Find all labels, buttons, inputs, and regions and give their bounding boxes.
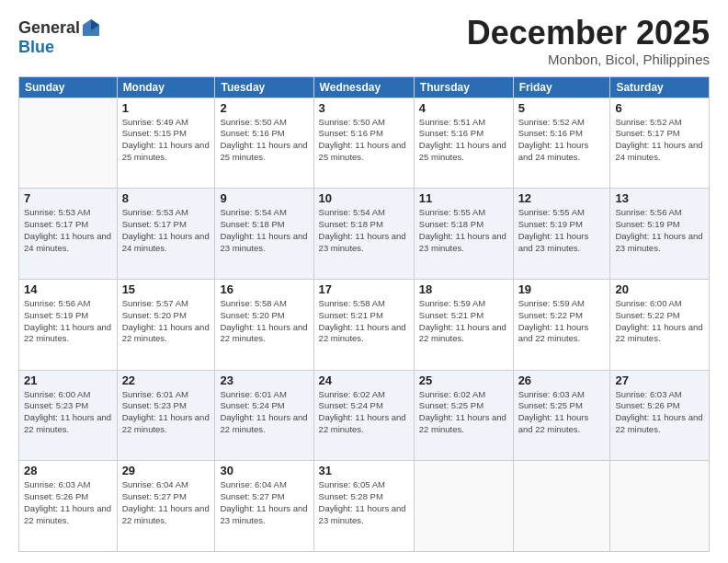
table-row: 8Sunrise: 5:53 AMSunset: 5:17 PMDaylight… bbox=[117, 189, 215, 280]
day-info: Sunrise: 6:01 AMSunset: 5:23 PMDaylight:… bbox=[122, 389, 210, 436]
day-info: Sunrise: 5:54 AMSunset: 5:18 PMDaylight:… bbox=[319, 207, 409, 254]
day-info: Sunrise: 5:56 AMSunset: 5:19 PMDaylight:… bbox=[615, 207, 704, 254]
day-number: 1 bbox=[122, 101, 210, 115]
calendar-week-row: 28Sunrise: 6:03 AMSunset: 5:26 PMDayligh… bbox=[19, 461, 710, 552]
day-info: Sunrise: 6:05 AMSunset: 5:28 PMDaylight:… bbox=[319, 479, 409, 526]
calendar-week-row: 7Sunrise: 5:53 AMSunset: 5:17 PMDaylight… bbox=[19, 189, 710, 280]
table-row bbox=[414, 461, 513, 552]
table-row: 19Sunrise: 5:59 AMSunset: 5:22 PMDayligh… bbox=[513, 279, 610, 370]
day-number: 23 bbox=[220, 373, 308, 387]
table-row: 27Sunrise: 6:03 AMSunset: 5:26 PMDayligh… bbox=[610, 370, 710, 461]
table-row: 26Sunrise: 6:03 AMSunset: 5:25 PMDayligh… bbox=[513, 370, 610, 461]
day-info: Sunrise: 5:53 AMSunset: 5:17 PMDaylight:… bbox=[122, 207, 210, 254]
day-info: Sunrise: 6:01 AMSunset: 5:24 PMDaylight:… bbox=[220, 389, 308, 436]
table-row: 10Sunrise: 5:54 AMSunset: 5:18 PMDayligh… bbox=[313, 189, 414, 280]
day-number: 31 bbox=[319, 464, 409, 477]
col-monday: Monday bbox=[117, 76, 215, 98]
day-info: Sunrise: 5:52 AMSunset: 5:17 PMDaylight:… bbox=[615, 117, 704, 164]
col-sunday: Sunday bbox=[19, 76, 118, 98]
day-info: Sunrise: 5:50 AMSunset: 5:16 PMDaylight:… bbox=[319, 117, 409, 164]
col-tuesday: Tuesday bbox=[215, 76, 313, 98]
table-row: 3Sunrise: 5:50 AMSunset: 5:16 PMDaylight… bbox=[313, 98, 414, 189]
day-info: Sunrise: 6:03 AMSunset: 5:25 PMDaylight:… bbox=[518, 389, 606, 436]
day-number: 10 bbox=[319, 191, 409, 205]
day-number: 13 bbox=[615, 191, 704, 205]
table-row: 18Sunrise: 5:59 AMSunset: 5:21 PMDayligh… bbox=[414, 279, 513, 370]
calendar-week-row: 14Sunrise: 5:56 AMSunset: 5:19 PMDayligh… bbox=[19, 279, 710, 370]
day-number: 24 bbox=[319, 373, 409, 387]
table-row: 14Sunrise: 5:56 AMSunset: 5:19 PMDayligh… bbox=[19, 279, 118, 370]
table-row bbox=[610, 461, 710, 552]
day-info: Sunrise: 5:55 AMSunset: 5:18 PMDaylight:… bbox=[419, 207, 508, 254]
table-row bbox=[513, 461, 610, 552]
day-number: 17 bbox=[319, 282, 409, 296]
table-row bbox=[19, 98, 118, 189]
day-number: 18 bbox=[419, 282, 508, 296]
table-row: 29Sunrise: 6:04 AMSunset: 5:27 PMDayligh… bbox=[117, 461, 215, 552]
day-info: Sunrise: 6:03 AMSunset: 5:26 PMDaylight:… bbox=[615, 389, 704, 436]
day-info: Sunrise: 6:02 AMSunset: 5:25 PMDaylight:… bbox=[419, 389, 508, 436]
table-row: 11Sunrise: 5:55 AMSunset: 5:18 PMDayligh… bbox=[414, 189, 513, 280]
calendar-table: Sunday Monday Tuesday Wednesday Thursday… bbox=[18, 76, 710, 552]
table-row: 22Sunrise: 6:01 AMSunset: 5:23 PMDayligh… bbox=[117, 370, 215, 461]
table-row: 23Sunrise: 6:01 AMSunset: 5:24 PMDayligh… bbox=[215, 370, 313, 461]
logo-general-text: General bbox=[18, 18, 80, 38]
month-title: December 2025 bbox=[467, 15, 710, 52]
day-info: Sunrise: 6:04 AMSunset: 5:27 PMDaylight:… bbox=[220, 479, 308, 526]
table-row: 1Sunrise: 5:49 AMSunset: 5:15 PMDaylight… bbox=[117, 98, 215, 189]
day-info: Sunrise: 6:04 AMSunset: 5:27 PMDaylight:… bbox=[122, 479, 210, 526]
day-info: Sunrise: 6:00 AMSunset: 5:23 PMDaylight:… bbox=[24, 389, 112, 436]
day-number: 30 bbox=[220, 464, 308, 477]
table-row: 20Sunrise: 6:00 AMSunset: 5:22 PMDayligh… bbox=[610, 279, 710, 370]
calendar-header-row: Sunday Monday Tuesday Wednesday Thursday… bbox=[19, 76, 710, 98]
calendar-week-row: 21Sunrise: 6:00 AMSunset: 5:23 PMDayligh… bbox=[19, 370, 710, 461]
table-row: 12Sunrise: 5:55 AMSunset: 5:19 PMDayligh… bbox=[513, 189, 610, 280]
day-number: 20 bbox=[615, 282, 704, 296]
title-section: December 2025 Monbon, Bicol, Philippines bbox=[467, 15, 710, 67]
logo-blue-text: Blue bbox=[18, 38, 54, 57]
day-number: 25 bbox=[419, 373, 508, 387]
day-number: 9 bbox=[220, 191, 308, 205]
day-number: 8 bbox=[122, 191, 210, 205]
col-wednesday: Wednesday bbox=[313, 76, 414, 98]
table-row: 17Sunrise: 5:58 AMSunset: 5:21 PMDayligh… bbox=[313, 279, 414, 370]
day-number: 5 bbox=[518, 101, 606, 115]
day-number: 19 bbox=[518, 282, 606, 296]
day-number: 2 bbox=[220, 101, 308, 115]
day-info: Sunrise: 5:54 AMSunset: 5:18 PMDaylight:… bbox=[220, 207, 308, 254]
table-row: 21Sunrise: 6:00 AMSunset: 5:23 PMDayligh… bbox=[19, 370, 118, 461]
location: Monbon, Bicol, Philippines bbox=[467, 52, 710, 67]
logo: General Blue bbox=[18, 18, 101, 57]
day-info: Sunrise: 5:59 AMSunset: 5:22 PMDaylight:… bbox=[518, 298, 606, 345]
day-number: 21 bbox=[24, 373, 112, 387]
day-info: Sunrise: 5:50 AMSunset: 5:16 PMDaylight:… bbox=[220, 117, 308, 164]
day-info: Sunrise: 6:03 AMSunset: 5:26 PMDaylight:… bbox=[24, 479, 112, 526]
day-number: 11 bbox=[419, 191, 508, 205]
table-row: 6Sunrise: 5:52 AMSunset: 5:17 PMDaylight… bbox=[610, 98, 710, 189]
day-number: 22 bbox=[122, 373, 210, 387]
logo-icon bbox=[81, 17, 101, 38]
day-number: 6 bbox=[615, 101, 704, 115]
day-info: Sunrise: 5:58 AMSunset: 5:21 PMDaylight:… bbox=[319, 298, 409, 345]
table-row: 7Sunrise: 5:53 AMSunset: 5:17 PMDaylight… bbox=[19, 189, 118, 280]
day-number: 14 bbox=[24, 282, 112, 296]
day-number: 26 bbox=[518, 373, 606, 387]
table-row: 9Sunrise: 5:54 AMSunset: 5:18 PMDaylight… bbox=[215, 189, 313, 280]
day-info: Sunrise: 5:55 AMSunset: 5:19 PMDaylight:… bbox=[518, 207, 606, 254]
day-number: 27 bbox=[615, 373, 704, 387]
col-friday: Friday bbox=[513, 76, 610, 98]
table-row: 24Sunrise: 6:02 AMSunset: 5:24 PMDayligh… bbox=[313, 370, 414, 461]
day-info: Sunrise: 5:57 AMSunset: 5:20 PMDaylight:… bbox=[122, 298, 210, 345]
table-row: 25Sunrise: 6:02 AMSunset: 5:25 PMDayligh… bbox=[414, 370, 513, 461]
table-row: 31Sunrise: 6:05 AMSunset: 5:28 PMDayligh… bbox=[313, 461, 414, 552]
day-info: Sunrise: 5:53 AMSunset: 5:17 PMDaylight:… bbox=[24, 207, 112, 254]
day-info: Sunrise: 5:52 AMSunset: 5:16 PMDaylight:… bbox=[518, 117, 606, 164]
table-row: 28Sunrise: 6:03 AMSunset: 5:26 PMDayligh… bbox=[19, 461, 118, 552]
day-number: 29 bbox=[122, 464, 210, 477]
col-thursday: Thursday bbox=[414, 76, 513, 98]
col-saturday: Saturday bbox=[610, 76, 710, 98]
day-number: 12 bbox=[518, 191, 606, 205]
table-row: 30Sunrise: 6:04 AMSunset: 5:27 PMDayligh… bbox=[215, 461, 313, 552]
day-info: Sunrise: 5:56 AMSunset: 5:19 PMDaylight:… bbox=[24, 298, 112, 345]
header: General Blue December 2025 Monbon, Bicol… bbox=[18, 15, 710, 67]
